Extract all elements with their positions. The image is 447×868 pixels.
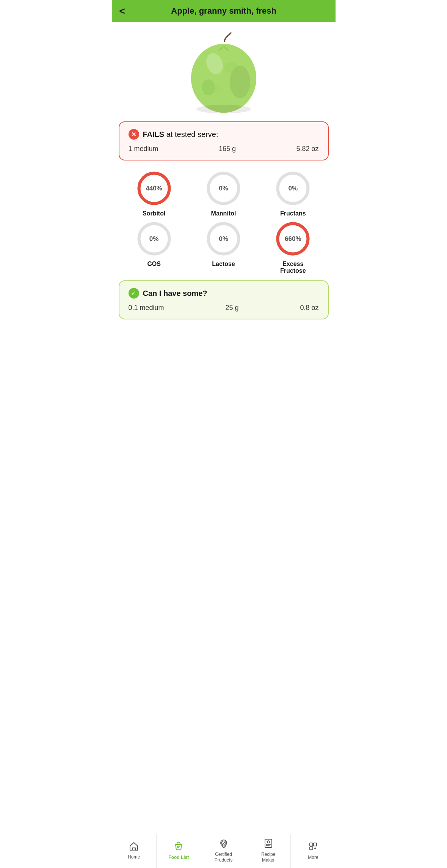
can-have-serve-row: 0.1 medium 25 g 0.8 oz <box>129 304 319 312</box>
mannitol-label: Mannitol <box>211 210 236 217</box>
nutrient-circles-grid: 440% Sorbitol 0% Mannitol 0% <box>112 167 336 280</box>
page-title: Apple, granny smith, fresh <box>131 6 317 16</box>
fructans-value: 0% <box>289 185 298 192</box>
circle-sorbitol: 440% Sorbitol <box>119 170 189 217</box>
circle-lactose: 0% Lactose <box>189 221 258 274</box>
gos-ring: 0% <box>136 221 172 257</box>
header: < Apple, granny smith, fresh <box>112 0 336 22</box>
sorbitol-value: 440% <box>146 185 162 192</box>
fails-bold: FAILS <box>143 130 165 138</box>
mannitol-value: 0% <box>219 185 228 192</box>
back-button[interactable]: < <box>119 6 125 16</box>
sorbitol-ring: 440% <box>136 170 172 206</box>
fails-serve-grams: 165 g <box>219 145 236 153</box>
can-have-header: ✓ Can I have some? <box>129 288 319 299</box>
gos-value: 0% <box>149 235 159 243</box>
can-have-serve-oz: 0.8 oz <box>300 304 318 312</box>
circle-excess-fructose: 660% ExcessFructose <box>258 221 328 274</box>
circle-mannitol: 0% Mannitol <box>189 170 258 217</box>
fails-serve-oz: 5.82 oz <box>296 145 318 153</box>
fails-serve-row: 1 medium 165 g 5.82 oz <box>129 145 319 153</box>
fructans-label: Fructans <box>280 210 306 217</box>
can-have-heading: Can I have some? <box>143 289 207 298</box>
gos-label: GOS <box>147 261 161 267</box>
can-have-icon: ✓ <box>129 288 139 299</box>
circle-fructans: 0% Fructans <box>258 170 328 217</box>
can-have-serve-grams: 25 g <box>225 304 238 312</box>
lactose-label: Lactose <box>212 261 235 267</box>
fails-card: ✕ FAILS at tested serve: 1 medium 165 g … <box>119 121 329 160</box>
fails-serve-amount: 1 medium <box>129 145 158 153</box>
fails-icon: ✕ <box>129 129 139 140</box>
fails-header: ✕ FAILS at tested serve: <box>129 129 319 140</box>
excess-fructose-label: ExcessFructose <box>280 261 306 274</box>
excess-fructose-value: 660% <box>285 235 301 243</box>
excess-fructose-ring: 660% <box>275 221 311 257</box>
circle-gos: 0% GOS <box>119 221 189 274</box>
fails-text: FAILS at tested serve: <box>143 130 218 139</box>
svg-point-6 <box>210 85 222 94</box>
svg-point-5 <box>224 62 238 73</box>
fructans-ring: 0% <box>275 170 311 206</box>
svg-point-3 <box>196 105 251 113</box>
lactose-ring: 0% <box>205 221 242 257</box>
sorbitol-label: Sorbitol <box>143 210 165 217</box>
apple-image <box>182 31 265 115</box>
lactose-value: 0% <box>219 235 228 243</box>
fails-rest: at tested serve: <box>164 130 218 138</box>
apple-image-area <box>112 22 336 118</box>
can-have-serve-amount: 0.1 medium <box>129 304 164 312</box>
can-have-card: ✓ Can I have some? 0.1 medium 25 g 0.8 o… <box>119 280 329 319</box>
mannitol-ring: 0% <box>205 170 242 206</box>
